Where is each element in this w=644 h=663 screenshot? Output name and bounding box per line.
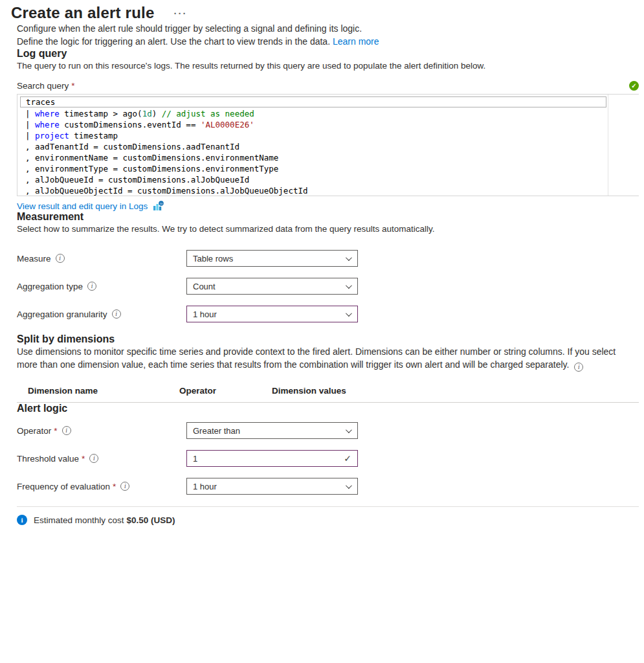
- required-marker: *: [54, 426, 57, 436]
- dimensions-table-header: Dimension name Operator Dimension values: [17, 382, 639, 403]
- page-title: Create an alert rule: [11, 4, 154, 22]
- frequency-label: Frequency of evaluation*: [17, 482, 186, 491]
- dimension-name-column: Dimension name: [28, 386, 179, 396]
- page-header: Create an alert rule ···: [11, 4, 639, 22]
- frequency-dropdown[interactable]: 1 hour: [186, 478, 358, 495]
- aggregation-granularity-label: Aggregation granularity: [17, 309, 186, 319]
- learn-more-link[interactable]: Learn more: [333, 36, 379, 47]
- view-logs-link[interactable]: View result and edit query in Logs: [17, 201, 148, 211]
- chevron-down-icon: [346, 482, 352, 489]
- aggregation-granularity-value: 1 hour: [193, 309, 217, 319]
- measure-dropdown[interactable]: Table rows: [186, 250, 358, 267]
- intro-define-text: Define the logic for triggering an alert…: [17, 35, 639, 48]
- aggregation-granularity-row: Aggregation granularity 1 hour: [17, 306, 639, 322]
- alert-logic-heading: Alert logic: [17, 403, 639, 414]
- alert-logic-form: Operator* Greater than Threshold value* …: [17, 422, 639, 495]
- measure-value: Table rows: [193, 254, 233, 264]
- view-logs-row: View result and edit query in Logs 10: [17, 201, 639, 211]
- valid-check-icon: [344, 453, 351, 464]
- required-marker: *: [113, 482, 116, 491]
- aggregation-type-label: Aggregation type: [17, 282, 186, 291]
- info-icon[interactable]: [87, 282, 96, 291]
- intro-configure-text: Configure when the alert rule should tri…: [17, 22, 639, 35]
- required-marker: *: [71, 81, 74, 91]
- search-query-label-row: Search query*: [17, 81, 639, 91]
- log-query-description: The query to run on this resource's logs…: [17, 60, 639, 73]
- split-dimensions-heading: Split by dimensions: [17, 333, 639, 345]
- query-editor[interactable]: traces| where timestamp > ago(1d) // adj…: [17, 94, 639, 196]
- threshold-value-label-text: Threshold value: [17, 454, 79, 464]
- measurement-heading: Measurement: [17, 211, 639, 223]
- info-icon[interactable]: [112, 309, 121, 319]
- chevron-down-icon: [346, 254, 352, 261]
- cost-prefix: Estimated monthly cost: [34, 515, 124, 525]
- create-alert-rule-page: Create an alert rule ··· Configure when …: [0, 4, 644, 525]
- operator-label-text: Operator: [17, 426, 51, 436]
- chevron-down-icon: [346, 427, 352, 433]
- operator-label: Operator*: [17, 426, 186, 436]
- query-code-lines: traces| where timestamp > ago(1d) // adj…: [24, 96, 639, 196]
- intro-define-span: Define the logic for triggering an alert…: [17, 36, 330, 47]
- logs-icon: 10: [153, 201, 164, 211]
- measure-label-text: Measure: [17, 254, 51, 264]
- split-dimensions-description-text: Use dimensions to monitor specific time …: [17, 346, 616, 370]
- cost-value: $0.50 (USD): [127, 515, 175, 525]
- chevron-down-icon: [346, 282, 352, 289]
- operator-value: Greater than: [193, 426, 240, 436]
- measure-label: Measure: [17, 254, 186, 264]
- measurement-form: Measure Table rows Aggregation type Coun…: [17, 250, 639, 322]
- aggregation-type-dropdown[interactable]: Count: [186, 278, 358, 295]
- split-dimensions-description: Use dimensions to monitor specific time …: [17, 345, 639, 372]
- info-icon[interactable]: [89, 454, 98, 463]
- footer-divider: [17, 506, 639, 507]
- aggregation-granularity-dropdown[interactable]: 1 hour: [186, 306, 358, 322]
- required-marker: *: [82, 454, 85, 464]
- dimension-values-column: Dimension values: [272, 386, 346, 396]
- estimated-cost-row: Estimated monthly cost$0.50 (USD): [17, 515, 639, 525]
- aggregation-type-label-text: Aggregation type: [17, 282, 83, 291]
- threshold-value-label: Threshold value*: [17, 454, 186, 464]
- threshold-value: 1: [193, 454, 197, 464]
- info-icon[interactable]: [62, 426, 71, 435]
- operator-column: Operator: [179, 386, 272, 396]
- threshold-value-input[interactable]: 1: [186, 450, 358, 467]
- estimated-cost-text: Estimated monthly cost$0.50 (USD): [34, 515, 175, 525]
- info-icon: [17, 515, 27, 525]
- threshold-value-row: Threshold value* 1: [17, 450, 639, 467]
- svg-text:10: 10: [160, 202, 163, 205]
- operator-dropdown[interactable]: Greater than: [186, 422, 358, 439]
- measure-row: Measure Table rows: [17, 250, 639, 267]
- log-query-heading: Log query: [17, 48, 639, 60]
- aggregation-granularity-label-text: Aggregation granularity: [17, 309, 107, 319]
- search-query-label-text: Search query: [17, 81, 69, 91]
- aggregation-type-row: Aggregation type Count: [17, 278, 639, 295]
- info-icon[interactable]: [574, 363, 583, 372]
- info-icon[interactable]: [120, 482, 129, 491]
- info-icon[interactable]: [56, 254, 65, 263]
- frequency-row: Frequency of evaluation* 1 hour: [17, 478, 639, 495]
- operator-row: Operator* Greater than: [17, 422, 639, 439]
- search-query-label: Search query*: [17, 81, 75, 91]
- chevron-down-icon: [346, 310, 352, 317]
- editor-scrollbar[interactable]: [608, 95, 608, 196]
- query-valid-check-icon: [629, 81, 639, 91]
- more-options-icon[interactable]: ···: [173, 8, 187, 19]
- measurement-description: Select how to summarize the results. We …: [17, 223, 639, 236]
- aggregation-type-value: Count: [193, 282, 216, 291]
- frequency-label-text: Frequency of evaluation: [17, 482, 110, 491]
- frequency-value: 1 hour: [193, 482, 217, 491]
